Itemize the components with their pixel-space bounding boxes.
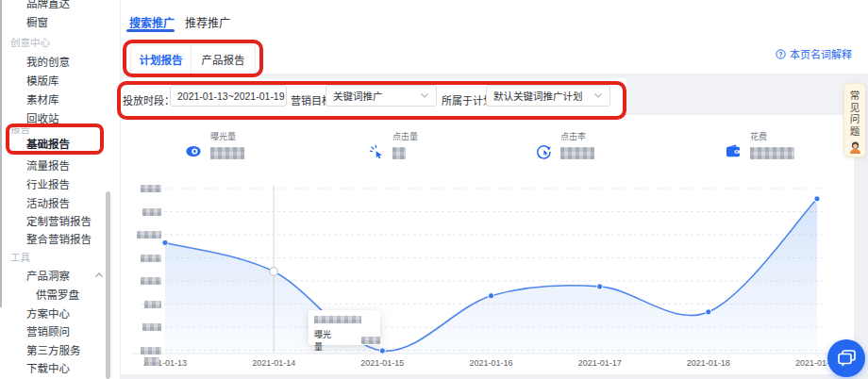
metric-label: 花费 [750,130,794,142]
sidebar-item-下载中心[interactable]: 下载中心 [26,360,70,375]
date-range-label: 投放时段： [123,92,175,107]
tab-计划报告[interactable]: 计划报告 [130,44,192,74]
tab-推荐推广[interactable]: 推荐推广 [185,14,230,30]
y-tick-obscured [141,185,161,192]
click-icon [368,143,384,159]
active-tab-underline [126,29,175,32]
question-circle-icon: ? [776,49,786,59]
metric-value-obscured [210,147,244,159]
metric-value-obscured [560,147,594,159]
tooltip-value-obscured [361,337,380,344]
chevron-down-icon [593,92,603,99]
faq-floating-tab[interactable]: 常见问题 [843,83,866,157]
sidebar-item-第三方服务[interactable]: 第三方服务 [26,342,81,357]
plan-select[interactable]: 默认关键词推广计划 [486,85,610,107]
page-bottom-gutter [121,374,868,379]
glossary-link-label: 本页名词解释 [790,46,852,61]
metric-card-点击率: 点击率 [536,128,594,159]
sidebar-item-营销顾问[interactable]: 营销顾问 [26,323,70,338]
click-rate-icon [536,143,552,159]
metric-card-点击量: 点击量 [368,128,418,159]
metric-value-obscured [750,147,794,159]
tab-搜索推广[interactable]: 搜索推广 [129,14,175,30]
window-edge [0,0,2,307]
y-tick-obscured [141,347,161,354]
metric-label: 点击量 [392,130,418,142]
metric-label: 点击率 [560,130,594,142]
metric-card-花费: 花费 [726,128,794,159]
y-tick-obscured [141,255,161,262]
tab-产品报告[interactable]: 产品报告 [192,44,256,74]
glossary-link[interactable]: ? 本页名词解释 [776,46,852,61]
marketing-goal-select[interactable]: 关键词推广 [326,85,437,107]
collapse-chevron-icon[interactable] [94,271,104,280]
tooltip-date-obscured [314,316,361,323]
y-tick-obscured [142,323,161,331]
sidebar-item-行业报告[interactable]: 行业报告 [26,176,70,191]
sidebar-item-回收站[interactable]: 回收站 [26,110,59,125]
sidebar: 品牌直达橱窗创意中心我的创意模版库素材库回收站报告基础报告流量报告行业报告活动报… [0,0,121,379]
y-tick-obscured [144,301,161,308]
tooltip-series-label: 曝光量 [314,328,339,353]
support-avatar-icon [848,140,862,155]
sidebar-item-模版库[interactable]: 模版库 [26,73,59,88]
metric-card-曝光量: 曝光量 [186,128,244,159]
date-range-picker[interactable]: 2021-01-13~2021-01-19 [170,85,287,107]
obscured-patch [144,357,159,366]
sidebar-section-报告: 报告 [10,122,30,136]
wallet-icon [726,143,742,159]
y-tick-obscured [141,277,161,285]
sidebar-item-流量报告[interactable]: 流量报告 [26,157,70,173]
sidebar-section-创意中心: 创意中心 [10,35,50,49]
eye-icon [186,143,202,159]
sidebar-item-橱窗[interactable]: 橱窗 [26,14,48,29]
plan-value: 默认关键词推广计划 [493,89,593,103]
sidebar-item-品牌直达[interactable]: 品牌直达 [26,0,70,10]
y-tick-obscured [137,231,161,239]
date-range-value: 2021-01-13~2021-01-19 [177,91,285,102]
sidebar-item-素材库[interactable]: 素材库 [26,91,59,107]
sidebar-item-我的创意[interactable]: 我的创意 [26,54,70,69]
sidebar-item-整合营销报告[interactable]: 整合营销报告 [26,231,92,246]
chevron-down-icon [420,92,429,99]
marketing-goal-value: 关键词推广 [333,89,420,103]
app-root: 搜索推广推荐推广 ? 本页名词解释 计划报告产品报告 投放时段： 2021-01… [0,0,868,379]
sidebar-section-工具: 工具 [10,250,30,264]
sidebar-scrollbar[interactable] [106,191,110,379]
sidebar-item-方案中心[interactable]: 方案中心 [26,305,70,321]
chat-bubbles-icon [836,349,857,368]
filter-bar: 投放时段： 2021-01-13~2021-01-19 营销目标: 关键词推广 … [121,78,626,116]
chart-tooltip: 曝光量 [309,310,380,345]
main-area: 搜索推广推荐推广 ? 本页名词解释 计划报告产品报告 投放时段： 2021-01… [121,0,868,379]
faq-tab-label: 常见问题 [848,91,862,138]
metric-label: 曝光量 [210,130,244,142]
sidebar-item-定制营销报告[interactable]: 定制营销报告 [26,213,92,228]
sidebar-item-基础报告[interactable]: 基础报告 [26,136,70,151]
sidebar-item-供需罗盘[interactable]: 供需罗盘 [36,287,79,302]
chat-widget-button[interactable] [827,339,865,377]
sidebar-item-活动报告[interactable]: 活动报告 [26,195,70,210]
y-tick-obscured [142,208,161,216]
metric-value-obscured [392,147,406,159]
svg-text:?: ? [778,51,782,58]
sidebar-item-产品洞察[interactable]: 产品洞察 [26,268,70,283]
